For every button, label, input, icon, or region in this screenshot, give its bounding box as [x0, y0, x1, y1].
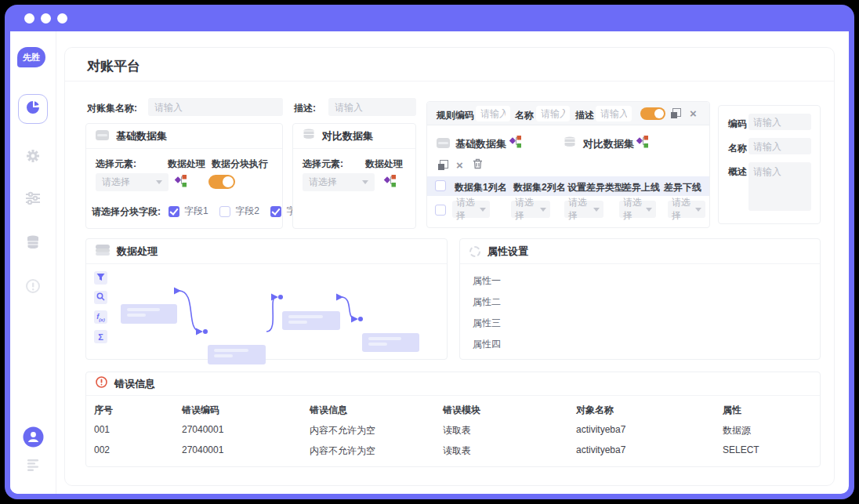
select-element-label: 选择元素:	[303, 158, 343, 171]
flow-node[interactable]	[362, 333, 419, 352]
window-dot-maximize[interactable]	[57, 13, 67, 24]
cell-no: 001	[94, 424, 110, 435]
sidebar-item-filters[interactable]	[18, 185, 48, 215]
cell-attr: SELECT	[723, 444, 759, 455]
meta-name-label: 名称	[728, 142, 747, 155]
copy-icon[interactable]	[671, 108, 681, 118]
error-icon	[96, 376, 107, 391]
field3-checkbox[interactable]	[270, 206, 281, 217]
flow-process-icon[interactable]	[172, 174, 187, 192]
rule-panel-header: 规则编码 名称 描述 ×	[427, 102, 709, 125]
flow-process-icon[interactable]	[382, 174, 397, 192]
cell-attr: 数据源	[723, 424, 751, 437]
flow-node[interactable]	[282, 311, 340, 330]
meta-summary-textarea[interactable]	[748, 162, 811, 211]
gear-icon	[24, 147, 42, 168]
base-dataset-panel-header: 基础数据集	[86, 124, 282, 149]
flow-node[interactable]	[208, 345, 266, 364]
err-col-message: 错误信息	[310, 404, 347, 417]
chevron-down-icon	[156, 180, 162, 184]
attr-item-2[interactable]: 属性二	[473, 296, 501, 309]
meta-code-input[interactable]	[748, 114, 811, 130]
diff-upper-dropdown[interactable]: 请选择	[619, 201, 656, 218]
element-select-dropdown[interactable]: 请选择	[96, 173, 169, 191]
attr-settings-panel: 属性设置 属性一 属性二 属性三 属性四	[459, 238, 821, 360]
compare-dataset-panel-header: 对比数据集	[293, 124, 415, 149]
chevron-down-icon	[480, 208, 486, 212]
rule-desc-input[interactable]	[596, 106, 632, 121]
data-process-label: 数据处理	[168, 158, 205, 171]
recon-desc-input[interactable]	[328, 98, 416, 116]
chunk-exec-label: 数据分块执行	[212, 158, 268, 171]
sidebar-item-alerts[interactable]	[18, 273, 48, 303]
main-card: 对账平台 对账集名称: 描述: 基础数据集 选择元素: 数据处理 数据分块执行	[64, 47, 835, 486]
flow-process-icon[interactable]	[634, 135, 649, 153]
sidebar-item-datasets[interactable]	[18, 229, 48, 259]
rule-name-input[interactable]	[536, 106, 570, 121]
cell-module: 读取表	[443, 444, 471, 458]
attr-item-3[interactable]: 属性三	[473, 317, 501, 330]
chevron-down-icon	[362, 180, 368, 184]
dropdown-value: 请选择	[672, 196, 692, 223]
dataset2-col-dropdown[interactable]: 请选择	[511, 201, 550, 218]
element-select-value: 请选择	[102, 176, 130, 189]
trash-icon[interactable]	[473, 158, 483, 172]
col-diff-lower: 差异下线	[664, 181, 701, 194]
col-diff-type: 设置差异类型	[567, 181, 624, 194]
flow-process-icon[interactable]	[507, 135, 522, 153]
rule-compare-dataset-label: 对比数据集	[583, 137, 634, 151]
row-checkbox[interactable]	[435, 205, 446, 216]
cell-code: 27040001	[182, 444, 223, 455]
cell-object: activityeba7	[576, 444, 625, 455]
sidebar-item-logs[interactable]	[18, 451, 48, 481]
card-icon	[437, 137, 450, 151]
cell-no: 002	[94, 444, 110, 455]
dataset1-col-dropdown[interactable]: 请选择	[452, 201, 490, 218]
card-header: 对账平台	[65, 48, 834, 82]
recon-set-name-input[interactable]	[148, 98, 283, 116]
data-process-panel-header: 数据处理	[86, 239, 447, 264]
window-titlebar	[5, 5, 854, 31]
database-icon	[24, 234, 42, 254]
app-window: 先胜	[5, 5, 854, 499]
rule-code-input[interactable]	[476, 106, 510, 121]
select-all-checkbox[interactable]	[435, 180, 446, 191]
cell-message: 内容不允许为空	[310, 424, 375, 437]
pie-chart-icon	[24, 99, 42, 119]
error-panel-title: 错误信息	[114, 377, 155, 391]
attr-item-4[interactable]: 属性四	[473, 338, 501, 351]
compare-dataset-panel-title: 对比数据集	[322, 129, 373, 143]
card-stack-icon	[96, 245, 110, 259]
sidebar-user-avatar[interactable]	[18, 423, 48, 453]
meta-name-input[interactable]	[748, 138, 811, 154]
rule-enabled-toggle[interactable]	[640, 107, 665, 120]
field2-checkbox[interactable]	[219, 206, 230, 217]
copy-icon[interactable]	[438, 160, 448, 170]
data-process-label: 数据处理	[365, 158, 403, 171]
diff-table-header: 数据集1列名 数据集2列名 设置差异类型 差异上线 差异下线	[427, 176, 709, 196]
user-avatar-icon	[23, 426, 44, 451]
chunk-exec-toggle[interactable]	[208, 175, 235, 189]
diff-lower-dropdown[interactable]: 请选择	[668, 201, 705, 218]
delete-row-icon[interactable]: ×	[456, 159, 463, 171]
flow-node[interactable]	[121, 304, 177, 324]
window-dot-minimize[interactable]	[41, 13, 51, 24]
element-select-value: 请选择	[309, 176, 337, 189]
element-select-dropdown[interactable]: 请选择	[303, 173, 375, 191]
compare-dataset-panel: 对比数据集 选择元素: 数据处理 请选择	[292, 123, 416, 229]
rule-meta-panel: 编码 名称 概述	[718, 105, 821, 224]
meta-code-label: 编码	[728, 118, 747, 131]
cell-object: activityeba7	[576, 424, 625, 435]
close-icon[interactable]: ×	[690, 107, 697, 119]
attr-settings-panel-header: 属性设置	[460, 239, 820, 264]
sidebar-item-dashboard[interactable]	[18, 94, 48, 124]
sliders-icon	[24, 190, 42, 210]
diff-type-dropdown[interactable]: 请选择	[564, 201, 603, 218]
brand-logo: 先胜	[17, 47, 45, 67]
col-dataset1: 数据集1列名	[455, 181, 507, 194]
sidebar-item-settings[interactable]	[18, 143, 48, 172]
field1-checkbox[interactable]	[169, 206, 179, 217]
recon-desc-label: 描述:	[294, 102, 316, 115]
window-dot-close[interactable]	[24, 13, 34, 24]
attr-item-1[interactable]: 属性一	[473, 274, 501, 288]
